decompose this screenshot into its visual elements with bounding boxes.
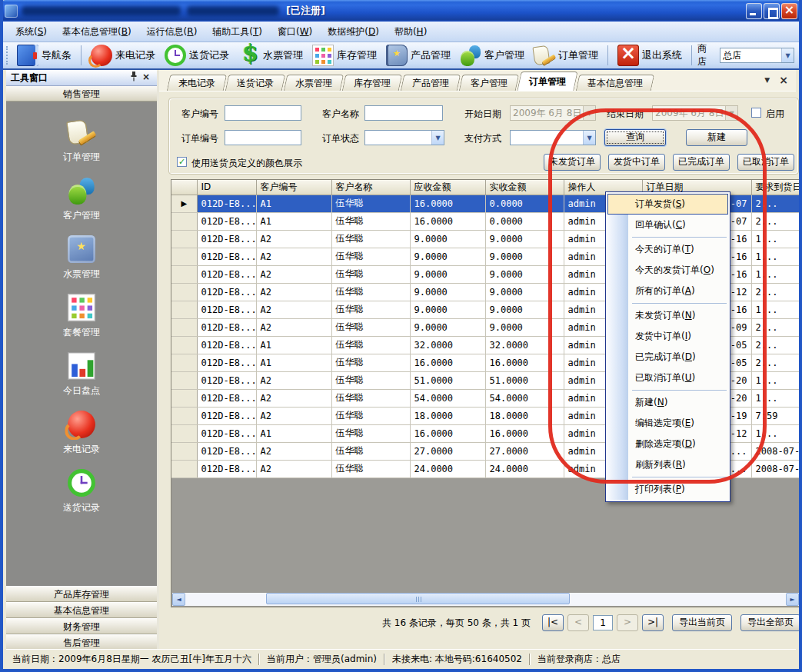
new-button[interactable]: 新建 bbox=[686, 129, 747, 146]
tab-库存管理[interactable]: 库存管理 bbox=[342, 75, 402, 91]
customer-no-input[interactable] bbox=[225, 105, 301, 121]
sidebar-item-订单管理[interactable]: 订单管理 bbox=[55, 118, 108, 167]
minimize-button[interactable] bbox=[746, 3, 762, 19]
row-selector[interactable] bbox=[171, 442, 197, 460]
tab-订单管理[interactable]: 订单管理 bbox=[517, 72, 577, 91]
row-selector[interactable] bbox=[171, 424, 197, 442]
next-page-button[interactable]: > bbox=[617, 614, 638, 631]
context-menu-item-已完成订单[interactable]: 已完成订单(D) bbox=[607, 347, 728, 368]
tab-送货记录[interactable]: 送货记录 bbox=[225, 75, 285, 91]
order-status-combobox[interactable]: ▼ bbox=[364, 130, 444, 145]
row-selector[interactable] bbox=[171, 407, 197, 424]
toolbar-button-order-scroll[interactable]: 订单管理 bbox=[530, 43, 602, 68]
toolbar-button-color-grid[interactable]: 库存管理 bbox=[308, 43, 381, 68]
scrollbar-track[interactable] bbox=[185, 593, 786, 606]
menubar-item-H[interactable]: 帮助(H) bbox=[387, 22, 434, 42]
context-menu-item-未发货订单[interactable]: 未发货订单(N) bbox=[607, 305, 728, 326]
context-menu-item-订单发货[interactable]: 订单发货(S) bbox=[607, 194, 728, 215]
context-menu-item-发货中订单[interactable]: 发货中订单(I) bbox=[607, 326, 728, 347]
toolbar-button-dollar[interactable]: 水票管理 bbox=[235, 43, 307, 68]
filter-button-发货中订单[interactable]: 发货中订单 bbox=[608, 154, 665, 171]
scroll-left-arrow-icon[interactable]: ◄ bbox=[172, 593, 185, 606]
context-menu-item-打印列表[interactable]: 打印列表(P) bbox=[607, 479, 728, 500]
shop-combobox[interactable]: 总店 ▼ bbox=[720, 48, 794, 63]
menubar-item-R[interactable]: 运行信息(R) bbox=[139, 22, 205, 42]
chevron-down-icon[interactable]: ▼ bbox=[431, 131, 444, 145]
prev-page-button[interactable]: < bbox=[567, 614, 589, 631]
sidebar-section-sales[interactable]: 销售管理 bbox=[6, 86, 157, 101]
sidebar-section-售后管理[interactable]: 售后管理 bbox=[6, 634, 157, 650]
query-button[interactable]: 查询 bbox=[604, 129, 666, 146]
context-menu-item-删除选定项[interactable]: 删除选定项(D) bbox=[607, 434, 728, 454]
filter-button-已完成订单[interactable]: 已完成订单 bbox=[673, 154, 730, 171]
chevron-down-icon[interactable]: ▼ bbox=[781, 48, 794, 62]
context-menu-item-今天的发货订单[interactable]: 今天的发货订单(O) bbox=[607, 260, 728, 281]
context-menu-item-回单确认[interactable]: 回单确认(C) bbox=[607, 215, 728, 235]
sidebar-item-送货记录[interactable]: 送货记录 bbox=[55, 469, 108, 517]
last-page-button[interactable]: >| bbox=[642, 614, 664, 631]
sidebar-item-客户管理[interactable]: 客户管理 bbox=[55, 177, 108, 225]
customer-name-input[interactable] bbox=[364, 105, 443, 121]
close-icon[interactable]: × bbox=[140, 72, 152, 84]
context-menu-item-今天的订单[interactable]: 今天的订单(T) bbox=[607, 239, 728, 260]
sidebar-item-套餐管理[interactable]: 套餐管理 bbox=[55, 294, 108, 342]
grid-header-received[interactable]: 实收金额 bbox=[485, 180, 564, 195]
sidebar-section-产品库存管理[interactable]: 产品库存管理 bbox=[6, 586, 157, 602]
context-menu-item-编辑选定项[interactable]: 编辑选定项(E) bbox=[607, 413, 728, 434]
export-current-page-button[interactable]: 导出当前页 bbox=[672, 614, 732, 631]
tab-基本信息管理[interactable]: 基本信息管理 bbox=[576, 75, 654, 91]
menubar-item-D[interactable]: 数据维护(D) bbox=[320, 22, 387, 42]
close-tab-icon[interactable]: × bbox=[779, 75, 788, 85]
chevron-down-icon[interactable]: ▼ bbox=[764, 75, 770, 85]
grid-header-customer_no[interactable]: 客户编号 bbox=[256, 180, 331, 195]
chevron-down-icon[interactable]: ▼ bbox=[583, 131, 595, 145]
scrollbar-thumb[interactable] bbox=[266, 593, 570, 604]
sidebar-item-水票管理[interactable]: 水票管理 bbox=[55, 235, 108, 284]
menubar-item-S[interactable]: 系统(S) bbox=[8, 22, 55, 42]
grid-header-id[interactable]: ID bbox=[197, 180, 256, 195]
toolbar-button-people[interactable]: 客户管理 bbox=[456, 43, 528, 68]
tab-来电记录[interactable]: 来电记录 bbox=[167, 75, 227, 91]
row-selector[interactable] bbox=[171, 283, 197, 301]
tab-水票管理[interactable]: 水票管理 bbox=[284, 75, 344, 91]
toolbar-button-alarm-bell[interactable]: 来电记录 bbox=[87, 43, 159, 68]
row-selector[interactable] bbox=[171, 354, 197, 371]
row-selector[interactable] bbox=[171, 336, 197, 354]
row-selector[interactable] bbox=[171, 212, 197, 230]
sidebar-item-今日盘点[interactable]: 今日盘点 bbox=[55, 352, 108, 401]
close-button[interactable] bbox=[781, 3, 797, 19]
chevron-down-icon[interactable]: ▼ bbox=[725, 106, 737, 120]
context-menu-item-刷新列表[interactable]: 刷新列表(R) bbox=[607, 454, 728, 475]
toolbar-button-exit[interactable]: 退出系统 bbox=[614, 43, 686, 68]
toolbar-grip-handle[interactable] bbox=[6, 46, 10, 65]
row-selector[interactable] bbox=[171, 460, 197, 477]
start-date-picker[interactable]: 2009年 6月 8日 ▼ bbox=[510, 105, 596, 121]
color-display-checkbox[interactable]: ✓ bbox=[177, 157, 187, 167]
maximize-button[interactable] bbox=[764, 3, 780, 19]
order-no-input[interactable] bbox=[225, 130, 301, 145]
grid-header-customer_name[interactable]: 客户名称 bbox=[331, 180, 410, 195]
filter-button-已取消订单[interactable]: 已取消订单 bbox=[737, 154, 794, 171]
toolbar-button-product-book[interactable]: 产品管理 bbox=[382, 43, 454, 68]
sidebar-section-财务管理[interactable]: 财务管理 bbox=[6, 618, 157, 634]
row-selector[interactable]: ▶ bbox=[171, 195, 197, 212]
toolbar-button-clock[interactable]: 送货记录 bbox=[161, 43, 233, 68]
tab-客户管理[interactable]: 客户管理 bbox=[459, 75, 519, 91]
context-menu-item-所有的订单[interactable]: 所有的订单(A) bbox=[607, 281, 728, 301]
row-selector[interactable] bbox=[171, 248, 197, 265]
row-selector[interactable] bbox=[171, 318, 197, 336]
pin-icon[interactable] bbox=[128, 72, 140, 84]
context-menu-item-新建[interactable]: 新建(N) bbox=[607, 392, 728, 413]
row-selector[interactable] bbox=[171, 230, 197, 248]
page-number-input[interactable] bbox=[593, 615, 613, 630]
context-menu-item-已取消订单[interactable]: 已取消订单(U) bbox=[607, 368, 728, 388]
row-selector[interactable] bbox=[171, 371, 197, 389]
sidebar-section-基本信息管理[interactable]: 基本信息管理 bbox=[6, 602, 157, 618]
menubar-item-B[interactable]: 基本信息管理(B) bbox=[55, 22, 139, 42]
row-selector[interactable] bbox=[171, 389, 197, 407]
tab-产品管理[interactable]: 产品管理 bbox=[401, 75, 461, 91]
sidebar-item-来电记录[interactable]: 来电记录 bbox=[55, 411, 108, 459]
row-selector[interactable] bbox=[171, 265, 197, 283]
enable-checkbox[interactable] bbox=[751, 108, 761, 118]
first-page-button[interactable]: |< bbox=[542, 614, 564, 631]
